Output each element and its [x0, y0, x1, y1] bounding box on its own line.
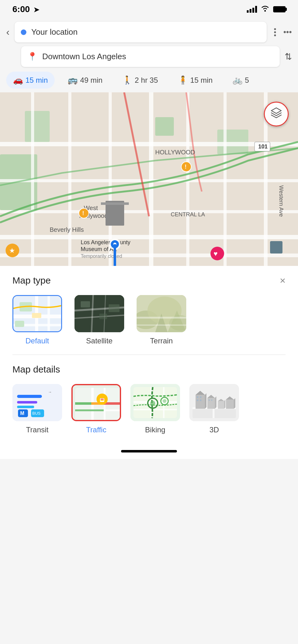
status-icons	[247, 5, 286, 14]
destination-pin-icon: 📍	[27, 52, 37, 61]
wheelchair-time: 15 min	[190, 76, 213, 85]
wifi-icon	[261, 5, 269, 14]
svg-rect-3	[25, 111, 50, 142]
walk-icon: 🚶	[122, 75, 132, 85]
svg-rect-107	[218, 401, 224, 409]
detail-3d[interactable]: 3D	[189, 384, 239, 434]
destination-text: Downtown Los Angeles	[42, 52, 273, 61]
home-bar	[121, 450, 177, 452]
svg-marker-103	[205, 393, 206, 409]
svg-text:Los Angeles County: Los Angeles County	[81, 239, 130, 245]
status-bar: 6:00 ➤	[0, 0, 298, 19]
svg-rect-56	[109, 304, 120, 312]
satellite-thumb	[74, 295, 124, 332]
bike-icon: 🚲	[233, 75, 242, 85]
default-label: Default	[25, 337, 49, 345]
svg-text:Western Ave: Western Ave	[278, 185, 284, 217]
svg-text:♥: ♥	[214, 250, 218, 258]
traffic-detail-label: Traffic	[86, 426, 106, 434]
svg-rect-16	[224, 92, 227, 266]
map-type-grid: Default Satell	[12, 295, 286, 345]
map-details-header: Map details	[12, 364, 286, 375]
svg-marker-112	[234, 398, 235, 409]
svg-rect-81	[75, 409, 91, 411]
default-thumb	[12, 295, 62, 332]
map-details-section: Map details M BUS	[0, 355, 298, 443]
location-text: Your location	[31, 27, 260, 37]
map-details-grid: M BUS → Transit	[12, 384, 286, 434]
svg-text:!: !	[82, 210, 84, 216]
3d-thumb	[189, 384, 239, 421]
swap-directions-button[interactable]: ⇅	[285, 51, 292, 62]
detail-traffic[interactable]: Traffic	[71, 384, 121, 434]
svg-rect-113	[197, 396, 198, 398]
svg-rect-90	[133, 409, 177, 410]
svg-text:Beverly Hills: Beverly Hills	[50, 226, 84, 233]
svg-rect-48	[47, 296, 50, 332]
svg-rect-115	[200, 396, 201, 398]
location-search-box[interactable]: Your location	[15, 22, 267, 42]
tab-walking[interactable]: 🚶 2 hr 35	[115, 72, 165, 89]
map-type-section: Map type ×	[0, 266, 298, 355]
detail-transit[interactable]: M BUS → Transit	[12, 384, 62, 434]
svg-rect-118	[211, 399, 212, 401]
car-icon: 🚗	[13, 75, 23, 85]
svg-text:!: !	[185, 164, 187, 170]
tab-wheelchair[interactable]: 🧍 15 min	[171, 72, 219, 89]
svg-rect-82	[91, 409, 104, 411]
3d-detail-label: 3D	[210, 426, 219, 434]
terrain-label: Terrain	[150, 337, 173, 345]
tab-transit[interactable]: 🚌 49 min	[61, 72, 109, 89]
svg-rect-65	[17, 401, 37, 404]
status-time: 6:00 ➤	[12, 4, 39, 14]
svg-rect-51	[32, 313, 41, 318]
route-dots-icon	[272, 28, 278, 36]
terrain-thumb	[137, 295, 186, 332]
map-layers-button[interactable]	[264, 102, 289, 126]
location-row: ‹ Your location •••	[6, 22, 292, 42]
map-type-default[interactable]: Default	[12, 295, 62, 345]
svg-rect-100	[213, 407, 214, 418]
layers-icon	[270, 107, 282, 121]
map-svg: CENTURY CITY Beverly Hills West Hollywoo…	[0, 92, 298, 266]
map-type-terrain[interactable]: Terrain	[137, 295, 186, 345]
svg-text:101: 101	[258, 143, 268, 150]
map-area[interactable]: CENTURY CITY Beverly Hills West Hollywoo…	[0, 92, 298, 266]
signal-icon	[247, 6, 257, 13]
home-indicator	[0, 443, 298, 459]
back-button[interactable]: ‹	[6, 26, 10, 38]
svg-rect-78	[75, 402, 91, 405]
svg-rect-14	[149, 92, 153, 266]
transit-detail-label: Transit	[26, 426, 48, 434]
destination-row: 📍 Downtown Los Angeles ⇅	[6, 46, 292, 67]
satellite-label: Satellite	[86, 337, 112, 345]
map-type-header: Map type ×	[12, 275, 286, 286]
transit-thumb: M BUS →	[12, 384, 62, 421]
close-panel-button[interactable]: ×	[280, 276, 286, 285]
svg-rect-55	[99, 314, 107, 319]
tab-biking[interactable]: 🚲 5	[226, 72, 256, 89]
driving-time: 15 min	[25, 76, 48, 85]
map-type-satellite[interactable]: Satellite	[74, 295, 124, 345]
svg-rect-50	[15, 321, 24, 327]
transit-time: 49 min	[80, 76, 102, 85]
detail-biking[interactable]: Biking	[130, 384, 180, 434]
svg-rect-12	[68, 92, 71, 266]
more-options-button[interactable]: •••	[283, 27, 292, 37]
svg-rect-54	[81, 301, 90, 307]
svg-point-96	[163, 399, 166, 403]
biking-time: 5	[245, 76, 249, 85]
svg-rect-43	[270, 241, 282, 254]
map-panel: Map type ×	[0, 266, 298, 443]
svg-text:M: M	[20, 411, 24, 416]
svg-marker-109	[224, 400, 225, 409]
svg-rect-62	[137, 324, 186, 326]
svg-text:→: →	[48, 390, 52, 394]
tab-driving[interactable]: 🚗 15 min	[6, 72, 55, 89]
svg-marker-106	[215, 396, 216, 409]
battery-icon	[273, 6, 286, 12]
destination-search-box[interactable]: 📍 Downtown Los Angeles	[21, 46, 280, 67]
biking-thumb	[130, 384, 180, 421]
svg-text:HOLLYWOOD: HOLLYWOOD	[155, 149, 195, 156]
location-dot-icon	[21, 29, 26, 35]
